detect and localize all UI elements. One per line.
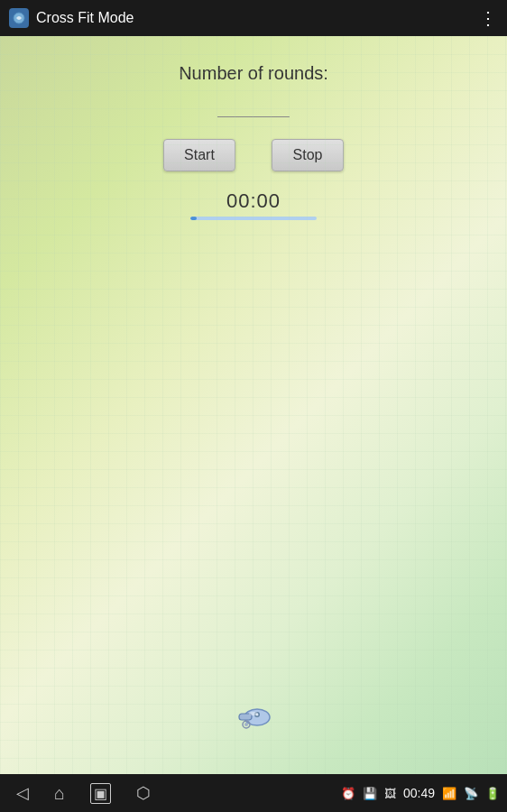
app-header-right[interactable]: ⋮ bbox=[479, 7, 498, 29]
progress-bar bbox=[190, 217, 317, 220]
signal-icon: 📡 bbox=[464, 787, 478, 800]
timer-display: 00:00 bbox=[226, 189, 281, 213]
status-bar: Cross Fit Mode ⋮ bbox=[0, 0, 507, 36]
svg-point-5 bbox=[249, 712, 258, 715]
overflow-menu-icon[interactable]: ⋮ bbox=[479, 7, 498, 29]
menu-up-button[interactable]: ⬡ bbox=[136, 783, 151, 803]
sd-card-icon: 💾 bbox=[363, 787, 377, 800]
whistle-svg-icon bbox=[232, 694, 275, 737]
main-content: Number of rounds: Start Stop 00:00 bbox=[0, 36, 507, 774]
app-icon bbox=[9, 8, 29, 28]
system-time: 00:49 bbox=[403, 786, 435, 800]
rounds-input[interactable] bbox=[217, 97, 290, 117]
start-button[interactable]: Start bbox=[163, 139, 235, 171]
stop-button[interactable]: Stop bbox=[272, 139, 344, 171]
alarm-status-icon: ⏰ bbox=[341, 787, 355, 800]
nav-left-controls: ◁ ⌂ ▣ ⬡ bbox=[0, 783, 341, 804]
app-header-left: Cross Fit Mode bbox=[9, 8, 134, 28]
home-button[interactable]: ⌂ bbox=[54, 783, 65, 804]
svg-point-7 bbox=[244, 723, 248, 726]
bottom-logo bbox=[231, 693, 276, 738]
battery-icon: 🔋 bbox=[485, 787, 500, 800]
recents-button[interactable]: ▣ bbox=[90, 783, 111, 804]
back-button[interactable]: ◁ bbox=[16, 783, 29, 803]
nav-right-status: ⏰ 💾 🖼 00:49 📶 📡 🔋 bbox=[341, 786, 507, 800]
app-title: Cross Fit Mode bbox=[36, 10, 134, 26]
nav-bar: ◁ ⌂ ▣ ⬡ ⏰ 💾 🖼 00:49 📶 📡 🔋 bbox=[0, 774, 507, 812]
wifi-icon: 📶 bbox=[442, 787, 456, 800]
rounds-label: Number of rounds: bbox=[179, 63, 328, 84]
image-icon: 🖼 bbox=[384, 787, 396, 800]
action-buttons-row: Start Stop bbox=[163, 139, 344, 171]
progress-bar-fill bbox=[190, 217, 197, 220]
